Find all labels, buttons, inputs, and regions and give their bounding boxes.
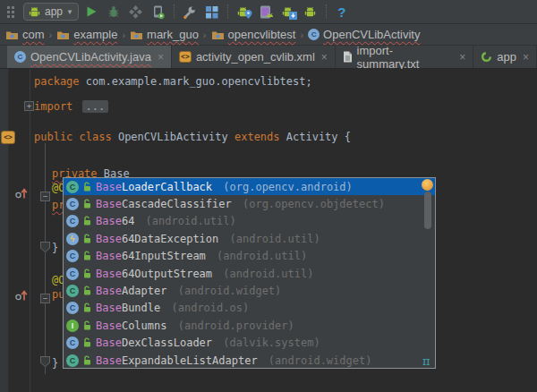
public-lock-icon — [83, 303, 91, 313]
folded-imports[interactable]: ... — [82, 100, 109, 113]
overflow-dots-icon — [7, 6, 14, 18]
sync-project-button[interactable] — [180, 2, 200, 21]
completion-scrollbar-thumb[interactable] — [424, 192, 431, 229]
xml-file-icon: <> — [179, 51, 192, 63]
completion-package: (android.widget) — [262, 354, 372, 367]
code-line: } — [52, 242, 58, 254]
text-file-icon — [343, 51, 353, 63]
public-lock-icon — [83, 234, 91, 244]
class-icon: C — [66, 215, 79, 227]
layout-editor-button[interactable] — [202, 2, 222, 21]
completion-package: (android.util) — [217, 268, 313, 280]
code-text: OpenCVLibActivity — [118, 131, 234, 143]
main-toolbar: app ▼ ? — [0, 0, 537, 24]
completion-item-BaseExpandableListAdapter[interactable]: C BaseExpandableListAdapter (android.wid… — [64, 352, 435, 369]
app-module-icon — [481, 51, 492, 63]
code-line: public class OpenCVLibActivity extends A… — [34, 131, 351, 143]
public-lock-icon — [83, 251, 91, 261]
breadcrumb-label: com — [22, 28, 45, 41]
run-button[interactable] — [81, 2, 101, 21]
avd-manager-button[interactable] — [234, 2, 253, 21]
public-lock-icon — [83, 182, 91, 192]
editor-tab-bar: C OpenCVLibActivity.java × <> activity_o… — [0, 46, 537, 69]
close-icon[interactable]: × — [523, 51, 529, 64]
device-monitor-button[interactable] — [278, 2, 298, 21]
code-line: import ... — [34, 100, 108, 113]
close-icon[interactable]: × — [321, 51, 328, 64]
completion-item-BaseBundle[interactable]: C BaseBundle (android.os) — [64, 300, 435, 317]
completion-item-Base64OutputStream[interactable]: C Base64OutputStream (android.util) — [64, 265, 435, 282]
close-icon[interactable]: × — [158, 51, 164, 64]
breadcrumb-item-opencvlibtest[interactable]: opencvlibtest — [211, 28, 296, 41]
editor-tab-activity_open_cvlib.xml[interactable]: <> activity_open_cvlib.xml × — [172, 46, 336, 68]
completion-item-BaseDexClassLoader[interactable]: C BaseDexClassLoader (dalvik.system) — [64, 335, 435, 352]
breadcrumb-item-com[interactable]: com — [5, 28, 45, 41]
completion-item-BaseAdapter[interactable]: C BaseAdapter (android.widget) — [64, 282, 435, 299]
completion-item-Base64[interactable]: C Base64 (android.util) — [64, 213, 435, 230]
exception-icon: ϟ — [66, 233, 79, 245]
related-xml-file-gutter-icon[interactable]: <> — [1, 131, 15, 144]
avd-manager-icon — [236, 5, 250, 18]
debug-button[interactable] — [104, 2, 124, 21]
code-completion-popup: C BaseLoaderCallback (org.opencv.android… — [63, 177, 436, 369]
overrides-method-gutter-icon[interactable] — [14, 186, 29, 200]
close-icon[interactable]: × — [459, 51, 465, 64]
coverage-button[interactable] — [126, 2, 146, 21]
breadcrumb-label: example — [73, 28, 117, 41]
editor-tab-app[interactable]: app × — [473, 46, 537, 68]
breadcrumb-item-OpenCVLibActivity[interactable]: COpenCVLibActivity — [308, 28, 420, 41]
editor-tab-OpenCVLibActivity.java[interactable]: C OpenCVLibActivity.java × — [7, 46, 172, 68]
abstract-class-icon: C — [66, 181, 79, 193]
code-text: Activity { — [286, 131, 351, 143]
breadcrumb-item-mark_guo[interactable]: mark_guo — [130, 28, 199, 41]
code-text: com.example.mark_guo.opencvlibtest; — [86, 75, 312, 88]
run-config-selector[interactable]: app ▼ — [23, 3, 79, 21]
public-lock-icon — [83, 268, 91, 279]
method-fold-toggle[interactable]: − — [40, 192, 50, 201]
code-text: extends — [234, 131, 286, 143]
package-folder-icon — [211, 30, 225, 40]
tab-label: app — [497, 50, 516, 64]
android-assistant-button[interactable] — [301, 2, 320, 21]
code-text: package — [34, 75, 86, 88]
import-fold-toggle[interactable]: + — [24, 101, 34, 111]
help-button[interactable]: ? — [332, 2, 352, 21]
completion-item-Base64InputStream[interactable]: C Base64InputStream (android.util) — [64, 248, 435, 265]
class-icon: C — [66, 337, 79, 349]
package-folder-icon — [56, 30, 70, 40]
method-fold-toggle[interactable]: − — [40, 294, 50, 303]
code-line: } — [52, 357, 58, 370]
completion-package: (org.opencv.objdetect) — [236, 198, 385, 210]
abstract-class-icon: C — [66, 354, 79, 367]
toolbar-overflow-button[interactable] — [1, 2, 21, 21]
android-robot-icon — [28, 5, 41, 18]
completion-item-Base64DataException[interactable]: ϟ Base64DataException (android.util) — [64, 230, 435, 247]
breadcrumb-separator: › — [122, 30, 125, 40]
completion-item-BaseLoaderCallback[interactable]: C BaseLoaderCallback (org.opencv.android… — [64, 178, 435, 195]
completion-package: (android.os) — [165, 302, 249, 314]
breadcrumb-item-example[interactable]: example — [56, 28, 117, 41]
completion-item-BaseColumns[interactable]: I BaseColumns (android.provider) — [64, 317, 435, 334]
completion-class-name: BaseCascadeClassifier — [96, 198, 232, 210]
debug-bug-icon — [107, 4, 121, 19]
gutter-strip — [0, 69, 9, 392]
sdk-manager-button[interactable] — [256, 2, 276, 21]
toolbar-separator — [227, 4, 228, 19]
sdk-manager-icon — [260, 5, 271, 19]
abstract-class-icon: C — [66, 285, 79, 297]
run-on-device-button[interactable] — [149, 2, 168, 21]
wrench-icon — [182, 4, 197, 20]
public-lock-icon — [83, 320, 91, 331]
completion-scroll-marker — [422, 179, 433, 191]
completion-class-name: BaseColumns — [96, 320, 166, 332]
breadcrumb-separator: › — [203, 30, 207, 40]
chevron-down-icon: ▼ — [66, 8, 73, 16]
completion-class-name: Base64DataException — [96, 233, 218, 245]
run-icon — [84, 4, 98, 19]
completion-item-BaseCascadeClassifier[interactable]: C BaseCascadeClassifier (org.opencv.objd… — [64, 195, 435, 212]
class-icon: C — [66, 268, 79, 280]
editor-tab-import-summary.txt[interactable]: import-summary.txt × — [336, 46, 473, 68]
overrides-method-gutter-icon[interactable] — [14, 288, 29, 303]
public-lock-icon — [83, 285, 91, 296]
device-monitor-icon — [281, 5, 294, 18]
